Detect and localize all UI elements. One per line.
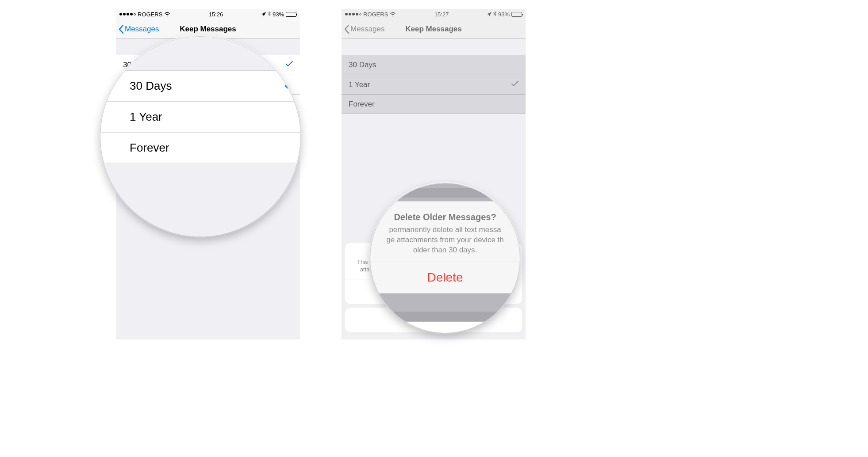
battery-pct-label: 93% xyxy=(273,11,284,18)
option-label: 1 Year xyxy=(349,80,370,89)
bluetooth-icon xyxy=(493,11,496,18)
battery-icon xyxy=(511,12,522,17)
magnified-action-sheet: Delete Older Messages? permanently delet… xyxy=(370,201,520,293)
back-button[interactable]: Messages xyxy=(116,25,159,34)
magnified-option-forever[interactable]: Forever xyxy=(100,132,300,163)
back-label: Messages xyxy=(125,25,159,34)
option-30-days: 30 Days xyxy=(342,55,526,75)
magnifier-right: Delete Older Messages? permanently delet… xyxy=(370,183,520,333)
chevron-left-icon xyxy=(119,25,124,34)
option-label: Forever xyxy=(130,141,169,155)
chevron-left-icon xyxy=(344,25,350,34)
signal-dots-icon xyxy=(345,13,361,15)
signal-dots-icon xyxy=(119,13,136,15)
back-button: Messages xyxy=(342,25,384,34)
delete-button-label: Delete xyxy=(427,270,463,285)
carrier-label: ROGERS xyxy=(138,11,162,18)
carrier-label: ROGERS xyxy=(363,11,388,18)
magnified-delete-button[interactable]: Delete xyxy=(370,262,520,293)
status-bar: ROGERS 15:27 93% xyxy=(342,9,526,19)
status-bar: ROGERS 15:26 93% xyxy=(116,9,300,19)
clock-label: 15:26 xyxy=(209,11,223,18)
wifi-icon xyxy=(390,11,396,18)
checkmark-icon xyxy=(511,80,518,89)
battery-icon xyxy=(286,12,296,17)
battery-pct-label: 93% xyxy=(498,11,510,18)
magnified-option-30-days[interactable]: 30 Days xyxy=(100,70,300,101)
option-label: 1 Year xyxy=(130,110,162,124)
magnified-option-1-year[interactable]: 1 Year xyxy=(100,101,300,132)
option-label: 30 Days xyxy=(130,79,172,93)
option-label: Forever xyxy=(349,100,375,109)
option-forever: Forever xyxy=(342,94,526,114)
bluetooth-icon xyxy=(268,11,271,18)
nav-bar: Messages Keep Messages xyxy=(116,19,300,39)
checkmark-icon xyxy=(286,61,293,69)
nav-bar: Messages Keep Messages xyxy=(342,19,526,39)
location-icon xyxy=(487,11,492,18)
section-spacer xyxy=(342,39,526,55)
option-label: 30 Days xyxy=(349,61,376,69)
clock-label: 15:27 xyxy=(434,11,449,18)
back-label: Messages xyxy=(350,25,384,34)
magnified-action-sheet-msg: permanently delete all text messa ge att… xyxy=(383,225,507,255)
magnified-action-sheet-title: Delete Older Messages? xyxy=(383,212,507,222)
magnifier-left: 30 Days 1 Year Forever xyxy=(100,36,301,237)
options-list: 30 Days 1 Year Forever xyxy=(342,55,526,114)
location-icon xyxy=(261,11,266,18)
wifi-icon xyxy=(164,11,170,18)
option-1-year: 1 Year xyxy=(342,75,526,94)
